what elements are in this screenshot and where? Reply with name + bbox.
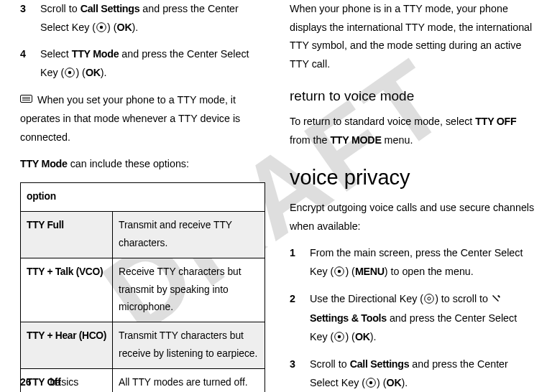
step-text: Scroll to Call Settings and press the Ce…	[310, 355, 535, 392]
two-column-layout: 3 Scroll to Call Settings and press the …	[0, 0, 552, 366]
step-3-text: Scroll to Call Settings and press the Ce…	[40, 0, 265, 38]
ok-label: OK	[355, 331, 370, 342]
ok-label: OK	[86, 67, 101, 78]
svg-point-1	[100, 26, 103, 29]
settings-tools-label: Settings & Tools	[310, 312, 387, 324]
return-voice-paragraph: To return to standard voice mode, select…	[290, 113, 535, 149]
center-select-key-icon	[334, 264, 344, 283]
text: Select	[40, 48, 72, 60]
vp-step-1: 1 From the main screen, press the Center…	[290, 244, 535, 282]
step-text: Use the Directional Key () to scroll to …	[310, 290, 535, 348]
options-intro: TTY Mode can include these options:	[20, 155, 265, 174]
note-text: When you set your phone to a TTY mode, i…	[20, 94, 240, 143]
settings-tools-icon	[491, 291, 501, 310]
center-select-key-icon	[65, 65, 75, 84]
text: ) (	[75, 67, 86, 78]
step-4-number: 4	[20, 45, 40, 83]
svg-point-15	[369, 381, 372, 383]
table-row: TTY + Talk (VCO) Receive TTY characters …	[21, 258, 265, 322]
left-column: 3 Scroll to Call Settings and press the …	[20, 0, 265, 366]
tty-note-icon	[20, 91, 32, 110]
note-paragraph: When you set your phone to a TTY mode, i…	[20, 91, 265, 147]
opt-name: TTY + Hear (HCO)	[21, 322, 113, 369]
text: menu.	[382, 134, 413, 146]
opt-name: TTY Full	[21, 212, 113, 258]
opt-desc: Transmit and receive TTY characters.	[113, 212, 265, 258]
call-settings-label: Call Settings	[350, 358, 410, 370]
section-name: basics	[50, 376, 79, 388]
page-footer: 26basics	[20, 376, 78, 388]
opt-desc: All TTY modes are turned off.	[113, 368, 265, 392]
page-number: 26	[20, 376, 32, 388]
ok-label: OK	[117, 22, 132, 33]
opt-desc: Receive TTY characters but transmit by s…	[113, 258, 265, 322]
text: ) (	[345, 331, 355, 342]
step-number: 1	[290, 244, 310, 282]
center-select-key-icon	[96, 20, 106, 39]
text: can include these options:	[68, 158, 189, 169]
opt-name: TTY + Talk (VCO)	[21, 258, 113, 322]
text: To return to standard voice mode, select	[290, 116, 475, 127]
tty-off-label: TTY OFF	[475, 116, 516, 127]
call-settings-label: Call Settings	[80, 3, 140, 14]
table-header-option: option	[21, 183, 265, 212]
svg-point-9	[338, 270, 341, 273]
step-number: 2	[290, 290, 310, 348]
tty-mode-label: TTY Mode	[72, 48, 119, 60]
step-4-text: Select TTY Mode and press the Center Sel…	[40, 45, 265, 83]
right-column: When your phone is in a TTY mode, your p…	[290, 0, 535, 366]
text: ) to scroll to	[435, 293, 491, 304]
table-row: TTY Full Transmit and receive TTY charac…	[21, 212, 265, 258]
text: Use the Directional Key (	[310, 293, 423, 304]
step-4: 4 Select TTY Mode and press the Center S…	[20, 45, 265, 83]
vp-step-3: 3 Scroll to Call Settings and press the …	[290, 355, 535, 392]
text: ).	[401, 377, 408, 388]
step-number: 3	[290, 355, 310, 392]
tty-mode-label: TTY Mode	[20, 158, 68, 169]
text: Scroll to	[40, 3, 80, 14]
text: ).	[101, 67, 107, 78]
svg-point-3	[68, 71, 71, 74]
text: ).	[370, 331, 377, 342]
ok-label: OK	[387, 377, 402, 388]
svg-point-10	[425, 294, 434, 303]
tty-mode-label: TTY MODE	[330, 134, 381, 146]
svg-point-11	[428, 297, 431, 300]
tty-options-table: option TTY Full Transmit and receive TTY…	[20, 182, 265, 392]
text: ) (	[377, 377, 387, 388]
text: ) (	[107, 22, 117, 33]
tty-display-paragraph: When your phone is in a TTY mode, your p…	[290, 0, 535, 74]
voice-privacy-heading: voice privacy	[290, 159, 535, 196]
center-select-key-icon	[334, 330, 344, 348]
svg-point-13	[338, 335, 341, 338]
step-text: From the main screen, press the Center S…	[310, 244, 535, 282]
return-voice-heading: return to voice mode	[290, 84, 535, 108]
text: ) to open the menu.	[385, 266, 474, 277]
step-3: 3 Scroll to Call Settings and press the …	[20, 0, 265, 38]
center-select-key-icon	[366, 375, 376, 392]
text: ).	[132, 22, 138, 33]
text: from the	[290, 134, 330, 146]
menu-label: MENU	[355, 266, 385, 277]
step-3-number: 3	[20, 0, 40, 38]
vp-step-2: 2 Use the Directional Key () to scroll t…	[290, 290, 535, 348]
opt-desc: Transmit TTY characters but receive by l…	[113, 322, 265, 369]
table-row: TTY + Hear (HCO) Transmit TTY characters…	[21, 322, 265, 369]
text: ) (	[345, 266, 355, 277]
directional-key-icon	[424, 291, 434, 310]
text: Scroll to	[310, 358, 350, 370]
voice-privacy-intro: Encrypt outgoing voice calls and use sec…	[290, 199, 535, 235]
